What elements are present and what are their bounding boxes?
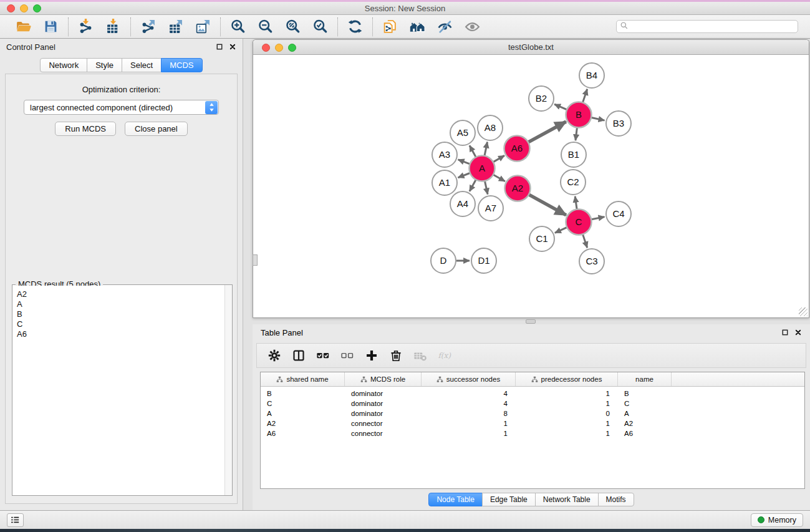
memory-button[interactable]: Memory	[751, 513, 803, 527]
table-tab-motifs[interactable]: Motifs	[598, 493, 634, 506]
node-A3[interactable]: A3	[432, 142, 457, 167]
edge-A-A4[interactable]	[470, 180, 476, 191]
mcds-result-item[interactable]: A2	[17, 289, 224, 299]
node-D1[interactable]: D1	[471, 248, 496, 273]
window-resize-grip[interactable]	[799, 307, 808, 316]
column-header-name[interactable]: name	[618, 372, 672, 386]
table-tab-network-table[interactable]: Network Table	[535, 493, 599, 506]
column-header-shared-name[interactable]: shared name	[261, 372, 345, 386]
table-row[interactable]: Cdominator41C	[261, 399, 804, 409]
mcds-result-item[interactable]: A6	[17, 329, 224, 339]
edge-A6-B[interactable]	[528, 122, 566, 142]
table-row[interactable]: Bdominator41B	[261, 389, 804, 399]
edge-A-A1[interactable]	[458, 173, 470, 178]
apply-layout-button[interactable]	[347, 18, 364, 35]
network-canvas[interactable]: B4B2BB3A8A5A6A3B1AC2A1A2A4A7C4CC1C3DD1	[253, 56, 809, 317]
edge-B-B1[interactable]	[576, 128, 577, 140]
import-network-button[interactable]	[77, 18, 94, 35]
edge-C-C2[interactable]	[575, 196, 577, 209]
first-neighbors-button[interactable]	[409, 18, 426, 35]
node-A2[interactable]: A2	[505, 176, 531, 201]
table-row[interactable]: Adominator80A	[261, 409, 804, 418]
zoom-fit-button[interactable]	[284, 18, 301, 35]
table-row[interactable]: A6connector11A6	[261, 428, 804, 438]
float-table-panel-icon[interactable]	[781, 329, 789, 336]
column-header-MCDS-role[interactable]: MCDS role	[345, 372, 422, 386]
zoom-selected-button[interactable]	[312, 18, 329, 35]
open-session-button[interactable]	[15, 18, 32, 35]
node-A1[interactable]: A1	[432, 170, 457, 195]
style-preview-button[interactable]	[436, 18, 453, 35]
edge-C-C4[interactable]	[592, 217, 605, 220]
toggle-panels-button[interactable]	[291, 348, 306, 363]
export-table-button[interactable]	[167, 18, 184, 35]
edge-A-A2[interactable]	[493, 175, 505, 181]
edge-B-B4[interactable]	[583, 89, 587, 102]
new-network-from-selection-button[interactable]	[382, 18, 398, 35]
node-A4[interactable]: A4	[450, 191, 475, 216]
node-C[interactable]: C	[566, 210, 592, 235]
edge-A-A8[interactable]	[485, 142, 487, 156]
show-all-columns-button[interactable]	[316, 348, 330, 363]
edge-A2-C[interactable]	[529, 195, 566, 215]
node-B2[interactable]: B2	[529, 86, 554, 111]
column-header-successor-nodes[interactable]: successor nodes	[422, 372, 516, 386]
hide-all-columns-button[interactable]	[340, 348, 355, 363]
node-A7[interactable]: A7	[478, 196, 503, 221]
export-network-button[interactable]	[140, 18, 157, 35]
edge-C-C3[interactable]	[583, 235, 587, 248]
edge-B-B3[interactable]	[592, 118, 605, 121]
export-image-button[interactable]	[195, 18, 211, 35]
node-C2[interactable]: C2	[561, 170, 586, 195]
mcds-result-item[interactable]: B	[17, 309, 224, 319]
panel-divider-handle[interactable]	[526, 319, 536, 324]
import-table-button[interactable]	[105, 18, 122, 35]
tab-select[interactable]: Select	[122, 58, 162, 72]
node-B1[interactable]: B1	[561, 142, 586, 167]
column-header-predecessor-nodes[interactable]: predecessor nodes	[516, 372, 618, 386]
zoom-window-button[interactable]	[33, 4, 41, 12]
node-C4[interactable]: C4	[606, 201, 631, 226]
node-B[interactable]: B	[566, 102, 592, 128]
close-table-panel-icon[interactable]	[794, 329, 802, 336]
search-input[interactable]	[629, 21, 794, 32]
node-B4[interactable]: B4	[579, 63, 604, 88]
node-D[interactable]: D	[431, 248, 456, 273]
save-session-button[interactable]	[42, 18, 59, 35]
zoom-out-button[interactable]	[257, 18, 274, 35]
node-C1[interactable]: C1	[529, 226, 554, 251]
criterion-dropdown[interactable]: largest connected component (directed)	[24, 100, 219, 115]
table-row[interactable]: A2connector11A2	[261, 418, 804, 428]
node-B3[interactable]: B3	[606, 111, 631, 136]
edge-A-A3[interactable]	[458, 160, 470, 164]
close-window-button[interactable]	[7, 4, 15, 12]
network-zoom-button[interactable]	[288, 44, 296, 52]
mcds-result-item[interactable]: A	[17, 299, 224, 309]
close-panel-icon[interactable]	[229, 43, 236, 51]
node-A5[interactable]: A5	[450, 120, 475, 145]
edge-A-A7[interactable]	[485, 181, 488, 195]
network-close-button[interactable]	[262, 44, 270, 52]
create-column-button[interactable]	[364, 348, 379, 363]
tab-network[interactable]: Network	[40, 58, 87, 72]
table-tab-node-table[interactable]: Node Table	[428, 493, 483, 506]
node-C3[interactable]: C3	[579, 249, 604, 274]
float-panel-icon[interactable]	[216, 43, 223, 51]
delete-columns-button[interactable]	[388, 348, 403, 363]
birdseye-toggle[interactable]	[253, 254, 258, 266]
node-A6[interactable]: A6	[504, 136, 530, 162]
edge-A-A5[interactable]	[470, 145, 476, 157]
edge-C-C1[interactable]	[555, 228, 567, 233]
task-history-button[interactable]	[7, 513, 24, 527]
minimize-window-button[interactable]	[20, 4, 28, 12]
edge-B-B2[interactable]	[554, 104, 567, 110]
result-scrollbar[interactable]	[224, 285, 232, 495]
tab-mcds[interactable]: MCDS	[161, 58, 202, 72]
table-tab-edge-table[interactable]: Edge Table	[482, 493, 536, 506]
graphics-details-button[interactable]	[464, 18, 481, 35]
mcds-result-item[interactable]: C	[17, 319, 224, 329]
table-settings-button[interactable]	[267, 348, 282, 363]
edge-A-A6[interactable]	[493, 155, 504, 162]
zoom-in-button[interactable]	[229, 18, 246, 35]
run-mcds-button[interactable]: Run MCDS	[55, 122, 116, 136]
